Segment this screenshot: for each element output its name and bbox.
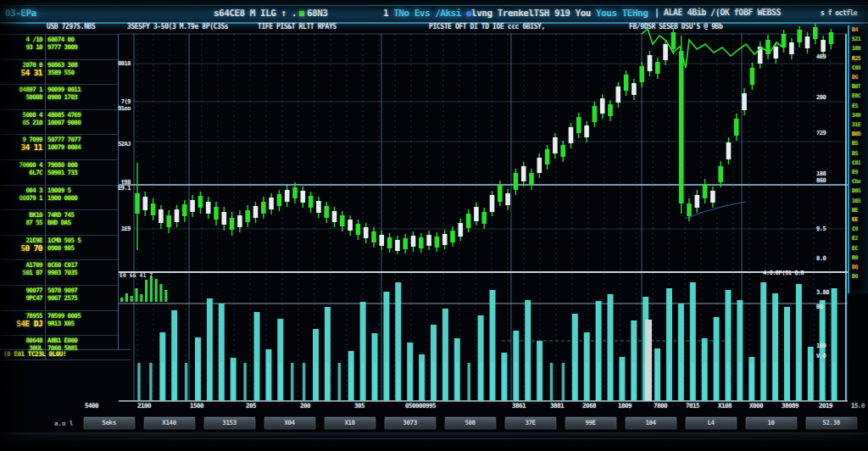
watchlist-cell-left: 84897 150088: [0, 85, 46, 109]
time-label: 5400: [85, 402, 98, 409]
watchlist-row[interactable]: 2070 054 3190863 3083589 550: [0, 59, 118, 85]
watchlist-cell-left: 2070 054 31: [0, 60, 46, 85]
time-label: 3881: [550, 402, 564, 409]
quote-value: B0D: [852, 130, 868, 139]
monitor-bezel: [0, 432, 868, 451]
function-key-button[interactable]: 3073: [384, 416, 437, 430]
top-header-bar: 03-EPa s64CE8 M ILG ↑ .68N3 1 TNo Evs /A…: [0, 0, 868, 24]
function-key-button[interactable]: X04: [264, 416, 316, 430]
quote-value: BE: [852, 206, 868, 215]
time-label: 2019: [819, 402, 832, 409]
watchlist-cell-left: 004 300079 1: [0, 186, 46, 210]
watchlist-row[interactable]: A1709S01 070C60 C0179903 7035: [0, 259, 118, 285]
function-key-button[interactable]: 3153: [203, 416, 256, 430]
function-key-button[interactable]: 508: [444, 416, 497, 430]
watchlist-panel: 4 /1093 1060074 009777 30092070 054 3190…: [0, 34, 119, 349]
watchlist-row[interactable]: 004 300079 119009 51900 0000: [0, 185, 118, 210]
quote-value: DG: [852, 73, 868, 82]
watchlist-cell-left: A1709S01 07: [0, 260, 46, 285]
time-label: X000: [749, 402, 763, 409]
function-key-button[interactable]: 99E: [565, 416, 617, 430]
price-label-right: V.O: [816, 353, 826, 359]
price-label-left: 7(9: [102, 98, 131, 105]
function-key-button[interactable]: 37E: [504, 416, 557, 430]
time-label: 050000995: [405, 402, 436, 409]
price-label-right: 9.5: [816, 226, 826, 232]
quote-value: R2S: [852, 54, 868, 64]
time-label: 1500: [190, 402, 203, 409]
quote-value: Cho: [852, 177, 868, 187]
time-label: 205: [246, 402, 256, 409]
price-label-right: 729: [816, 130, 826, 136]
title-segment: Yous TEHng: [596, 8, 648, 19]
price-label-right: 3.80: [816, 289, 829, 296]
quote-value: C9: [852, 225, 868, 234]
quote-strip[interactable]: B4S21100R2SC08DGB0TE0CES34031EB0DBSDSC01…: [848, 25, 868, 293]
time-label: 200: [300, 402, 310, 409]
indicator-tag: 4.6.0F(91 Q.B: [763, 270, 804, 276]
function-key-button[interactable]: S2.38: [805, 416, 858, 430]
price-label-left: 91oo: [102, 105, 131, 112]
watchlist-cell-left: 900779PC47: [0, 286, 46, 310]
watchlist-cell-left: 5008 46S 210: [0, 110, 46, 135]
watchlist-cell-right: 5078 90979067 2575: [46, 286, 118, 310]
header-corner-label: s f octfle: [821, 9, 857, 17]
watchlist-cell-left: 70000 46L7C: [0, 160, 46, 185]
time-label: X108: [718, 402, 732, 409]
volume-bars: [137, 282, 837, 401]
watchlist-cell-right: 48085 476910007 9000: [46, 110, 118, 135]
time-label: 3861: [512, 402, 526, 409]
function-key-button[interactable]: X140: [143, 416, 196, 430]
watchlist-row[interactable]: 900779PC475078 90979067 2575: [0, 285, 118, 310]
title-segment: lvng TrenkelTSH 919 You: [471, 8, 596, 19]
function-key-button[interactable]: X18: [324, 416, 376, 430]
watchlist-cell-right: 70599 00059R13 X05: [46, 311, 118, 336]
mini-sparkline: E0 66 41 7: [120, 272, 167, 302]
time-label: 1809: [618, 402, 632, 409]
candlestick-volume-chart[interactable]: E0 66 41 7: [117, 24, 848, 407]
watchlist-row[interactable]: 78955S4E DJ70599 00059R13 X05: [0, 310, 118, 336]
time-label: 38089: [782, 402, 798, 409]
price-label-right: 188: [816, 170, 826, 177]
watchlist-row[interactable]: 4 /1093 1060074 009777 3009: [0, 34, 118, 59]
quote-value: DS: [852, 149, 868, 159]
function-key-button[interactable]: 10: [745, 416, 798, 430]
watchlist-row[interactable]: 21E9E50 701CMB 505 50900 905: [0, 235, 118, 260]
watchlist-footer: (0 E01 TC23L 8L0U!: [0, 349, 131, 360]
function-key-button[interactable]: 104: [625, 416, 677, 430]
time-label: 7800: [654, 402, 667, 409]
watchlist-row[interactable]: BK1087 5574RD 745BHD DAS: [0, 209, 118, 235]
time-label: 15.0: [851, 402, 865, 409]
quote-value: S21: [852, 35, 868, 44]
watchlist-cell-left: 78955S4E DJ: [0, 311, 46, 336]
quote-value: R0: [852, 253, 868, 263]
watchlist-cell-right: 0C60 C0179903 7035: [46, 260, 118, 285]
chart-area[interactable]: E0 66 41 7: [117, 24, 848, 407]
quote-value: 31E: [852, 120, 868, 130]
watchlist-row[interactable]: 84897 15008890099 00110900 1703: [0, 84, 118, 109]
quote-value: DQ: [852, 263, 868, 272]
quote-value: ES: [852, 102, 868, 111]
watchlist-row[interactable]: 5008 46S 21048085 476910007 9000: [0, 109, 118, 135]
trading-terminal-screen: 03-EPa s64CE8 M ILG ↑ .68N3 1 TNo Evs /A…: [0, 0, 868, 451]
time-label: 305: [354, 402, 364, 409]
candlesticks: [135, 24, 833, 254]
price-label-left: E9.1: [102, 185, 131, 192]
watchlist-row[interactable]: 9 709934 1150777 707710079 0004: [0, 134, 118, 159]
price-label-right: BO: [816, 303, 822, 310]
quote-value: BS: [852, 139, 868, 148]
quote-value: D9: [852, 272, 868, 281]
function-key-row: a.o l SeksX1403153X04X18307350837E99E104…: [54, 416, 858, 430]
watchlist-row[interactable]: 70000 46L7C79080 00050901 733: [0, 159, 118, 185]
title-segment: TNo Evs /Aksi: [393, 8, 466, 19]
watchlist-cell-right: 1CMB 505 50900 905: [46, 236, 118, 260]
price-label-right: 200: [816, 94, 826, 101]
price-label-left: S2AJ: [102, 141, 131, 148]
watchlist-cell-left: 4 /1093 10: [0, 35, 46, 59]
quote-value: E2: [852, 234, 868, 243]
function-key-button[interactable]: L4: [685, 416, 737, 430]
quote-value: E0C: [852, 92, 868, 101]
watchlist-cell-left: BK1087 55: [0, 210, 46, 235]
quote-value: 10S: [852, 197, 868, 206]
function-key-button[interactable]: Seks: [83, 416, 136, 430]
